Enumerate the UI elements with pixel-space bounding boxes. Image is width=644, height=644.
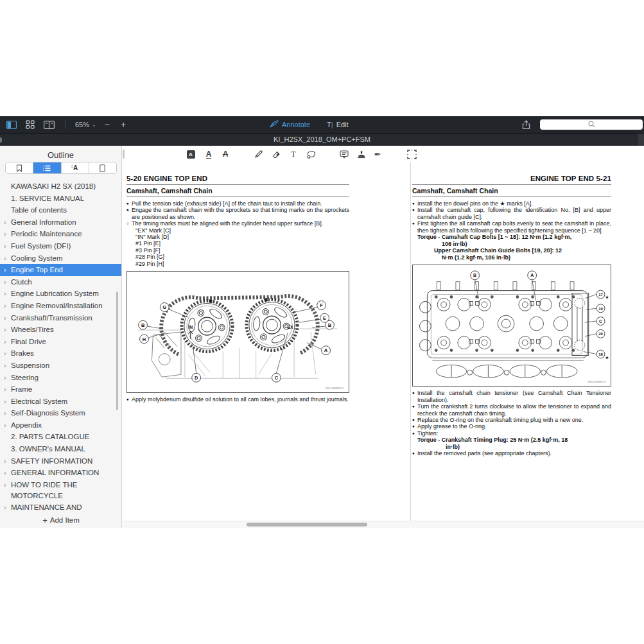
rule <box>126 184 349 185</box>
sidebar-item-1-service-manual[interactable]: 1. SERVICE MANUAL <box>0 193 122 205</box>
edit-text-icon: T| <box>327 121 333 128</box>
annotate-pen-icon <box>270 120 279 129</box>
add-item-button[interactable]: + Add Item <box>0 512 122 528</box>
sidebar-item-general-information[interactable]: ›GENERAL INFORMATION <box>0 467 122 479</box>
sidebar-item-table-of-contents[interactable]: Table of contents <box>0 204 122 216</box>
sidebar-item-engine-lubrication-system[interactable]: ›Engine Lubrication System <box>0 288 122 300</box>
callout-label: B <box>328 322 332 328</box>
page-text-line: in·lb) <box>446 444 460 450</box>
page-text-line: Tighten: <box>417 430 438 437</box>
sidebar-item-clutch[interactable]: ›Clutch <box>0 276 122 288</box>
sidebar-item-engine-removal-installation[interactable]: ›Engine Removal/Installation <box>0 300 122 312</box>
sidebar-item-engine-top-end[interactable]: ›Engine Top End <box>0 264 122 276</box>
page-text-line: Turn the crankshaft 2 turns clockwise to… <box>417 403 611 416</box>
chevron-right-icon: › <box>4 252 6 265</box>
zoom-in-button[interactable]: + <box>118 120 128 129</box>
underline-text-icon[interactable]: A <box>203 148 214 160</box>
sidebar-item-label: SAFETY INFORMATION <box>11 455 92 467</box>
tab-pages[interactable] <box>89 162 116 173</box>
sidebar-item-self-diagnosis-system[interactable]: ›Self-Diagnosis System <box>0 407 122 419</box>
thumbnails-grid-icon[interactable] <box>24 119 37 130</box>
bullet-marker: ● <box>412 390 415 396</box>
page-text-block: ●Turn the crankshaft 2 turns clockwise t… <box>412 403 611 417</box>
zoom-dropdown[interactable]: 65% ⌄ <box>75 121 96 128</box>
text-tool-icon[interactable]: T <box>288 148 299 160</box>
section-title-right: Camshaft, Camshaft Chain <box>412 187 611 195</box>
page-text-line: #3 Pin [F] <box>135 247 161 254</box>
sidebar-item-label: Wheels/Tires <box>11 324 54 335</box>
page-text-line: Torque - Crankshaft Timing Plug: 25 N·m … <box>417 437 568 443</box>
document-title: KI_H2SX_2018_OM+PC+FSM <box>0 135 644 143</box>
sidebar-item-fuel-system-dfi[interactable]: ›Fuel System (DFI) <box>0 240 122 252</box>
sidebar-scrollbar[interactable] <box>116 292 118 410</box>
sidebar-item-how-to-ride-the-motorcycle[interactable]: ›HOW TO RIDE THE MOTORCYCLE <box>0 479 122 501</box>
tab-annotations[interactable]: A <box>62 162 89 173</box>
sidebar-item-label: Cooling System <box>11 252 63 264</box>
two-page-view-icon[interactable] <box>42 119 55 130</box>
sidebar-item-general-information[interactable]: ›General Information <box>0 216 122 229</box>
page-text-block: ●Apply molybdenum disulfide oil solution… <box>126 396 349 403</box>
sidebar-item-label: 1. SERVICE MANUAL <box>11 193 84 204</box>
sidebar-item-appendix[interactable]: ›Appendix <box>0 419 122 431</box>
page-text-block: Torque - Crankshaft Timing Plug: 25 N·m … <box>412 437 611 444</box>
callout-label: G <box>162 304 166 310</box>
sidebar-item-label: General Information <box>11 216 76 228</box>
sidebar: Outline A KAWASAKI H2 SX (2018)1. S <box>0 146 122 528</box>
zoom-out-button[interactable]: − <box>102 120 112 129</box>
edit-mode-button[interactable]: T| Edit <box>327 121 349 128</box>
sidebar-item-label: Steering <box>11 372 39 383</box>
sidebar-item-label: Appendix <box>11 419 42 431</box>
figure-cylinder-head: B A 17 19 C 20 18 ★ ★ GE11449BW2 S <box>412 265 611 387</box>
select-area-icon[interactable] <box>406 148 417 160</box>
sidebar-item-wheels-tires[interactable]: ›Wheels/Tires <box>0 324 122 336</box>
sidebar-item-safety-information[interactable]: ›SAFETY INFORMATION <box>0 455 122 467</box>
page-text-block: ●Replace the O-ring on the crankshaft ti… <box>412 417 611 423</box>
strikethrough-text-icon[interactable]: A <box>220 148 231 160</box>
sidebar-item-electrical-system[interactable]: ›Electrical System <box>0 396 122 408</box>
lasso-shape-icon[interactable] <box>305 148 317 160</box>
sidebar-item-cooling-system[interactable]: ›Cooling System <box>0 252 122 265</box>
sidebar-toggle-icon[interactable] <box>5 119 18 130</box>
add-item-label: Add Item <box>50 516 80 524</box>
note-icon[interactable] <box>338 148 350 160</box>
highlight-text-icon[interactable]: A <box>185 148 196 160</box>
page-text-line: Apply molybdenum disulfide oil solution … <box>132 396 349 403</box>
annotate-mode-button[interactable]: Annotate <box>270 120 310 129</box>
sidebar-item-brakes[interactable]: ›Brakes <box>0 347 122 360</box>
sidebar-item-kawasaki-h2-sx-2018[interactable]: KAWASAKI H2 SX (2018) <box>0 180 122 193</box>
section-title-left: Camshaft, Camshaft Chain <box>126 187 349 195</box>
eraser-icon[interactable] <box>271 148 283 160</box>
sidebar-item-3-owner-s-manual[interactable]: 3. OWNER's MANUAL <box>0 443 122 455</box>
page-text-line: Install the camshaft chain tensioner (se… <box>417 390 611 403</box>
star-mark: ★ <box>605 356 609 360</box>
tab-outline[interactable] <box>33 162 61 173</box>
pencil-icon[interactable] <box>253 148 265 160</box>
share-icon[interactable] <box>519 119 532 130</box>
sidebar-item-final-drive[interactable]: ›Final Drive <box>0 336 122 348</box>
page-blocks-left: ●Pull the tension side (exhaust side) [A… <box>126 200 349 403</box>
sidebar-item-steering[interactable]: ›Steering <box>0 372 122 384</box>
sidebar-item-suspension[interactable]: ›Suspension <box>0 360 122 372</box>
star-mark: ★ <box>605 296 609 300</box>
page-text-line: Pull the tension side (exhaust side) [A]… <box>132 200 322 207</box>
chevron-right-icon: › <box>4 501 6 514</box>
document-view: A A A T <box>122 146 644 528</box>
sidebar-item-label: Brakes <box>11 347 34 359</box>
bullet-marker: ● <box>412 430 415 437</box>
horizontal-scrollbar-track <box>122 521 644 528</box>
tab-bookmarks[interactable] <box>6 162 33 173</box>
sidebar-item-2-parts-catalogue[interactable]: 2. PARTS CATALOGUE <box>0 431 122 443</box>
page-text-block: Upper Camshaft Chain Guide Bolts [19, 20… <box>412 247 611 254</box>
page-blocks-right: ●Install the ten dowel pins on the ★ mar… <box>412 200 611 457</box>
sidebar-tab-bar: A <box>5 162 117 174</box>
chevron-right-icon: › <box>4 276 6 288</box>
sidebar-item-periodic-maintenance[interactable]: ›Periodic Maintenance <box>0 228 122 240</box>
signature-pen-icon[interactable]: ✒ <box>372 148 383 160</box>
stamp-icon[interactable] <box>356 148 367 160</box>
sidebar-item-frame[interactable]: ›Frame <box>0 383 122 396</box>
search-input[interactable] <box>540 119 643 130</box>
horizontal-scrollbar-thumb[interactable] <box>247 523 367 527</box>
sidebar-item-crankshaft-transmission[interactable]: ›Crankshaft/Transmission <box>0 312 122 324</box>
search-icon <box>588 119 595 130</box>
chevron-right-icon: › <box>4 216 6 229</box>
